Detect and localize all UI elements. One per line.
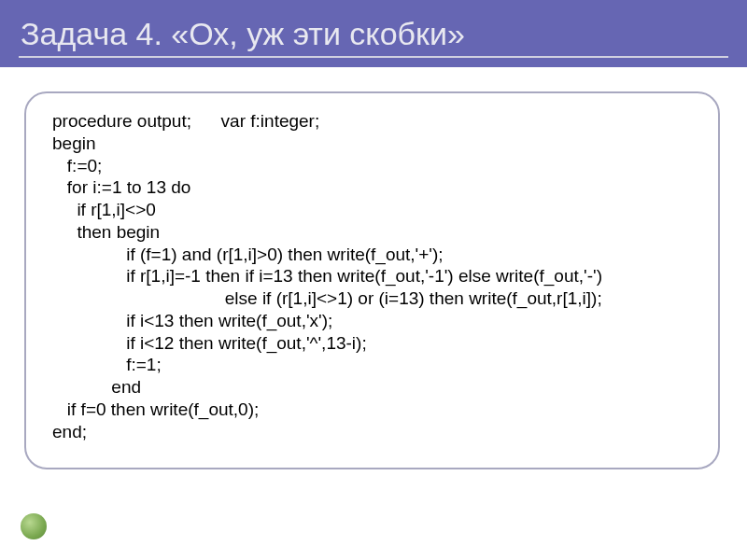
code-line: f:=1;	[52, 354, 703, 376]
code-line: then begin	[52, 221, 703, 244]
slide-title: Задача 4. «Ох, уж эти скобки»	[21, 16, 465, 52]
code-line: if f=0 then write(f_out,0);	[52, 399, 703, 421]
code-line: f:=0;	[52, 155, 703, 177]
code-line: if r[1,i]<>0	[52, 199, 703, 221]
header-underline	[19, 56, 728, 58]
code-line: for i:=1 to 13 do	[52, 176, 703, 199]
code-line: if (f=1) and (r[1,i]>0) then write(f_out…	[52, 244, 703, 266]
code-line: end;	[52, 421, 703, 443]
code-line: procedure output; var f:integer;	[52, 110, 703, 133]
code-panel: procedure output; var f:integer; begin f…	[24, 91, 720, 469]
code-line: end	[52, 376, 703, 399]
code-line: if i<12 then write(f_out,'^',13-i);	[52, 332, 703, 355]
bullet-icon	[21, 513, 47, 539]
code-line: if i<13 then write(f_out,'x');	[52, 310, 703, 332]
code-line: begin	[52, 133, 703, 155]
code-line: else if (r[1,i]<>1) or (i=13) then write…	[52, 287, 703, 310]
code-line: if r[1,i]=-1 then if i=13 then write(f_o…	[52, 265, 703, 287]
slide-header: Задача 4. «Ох, уж эти скобки»	[0, 0, 747, 67]
